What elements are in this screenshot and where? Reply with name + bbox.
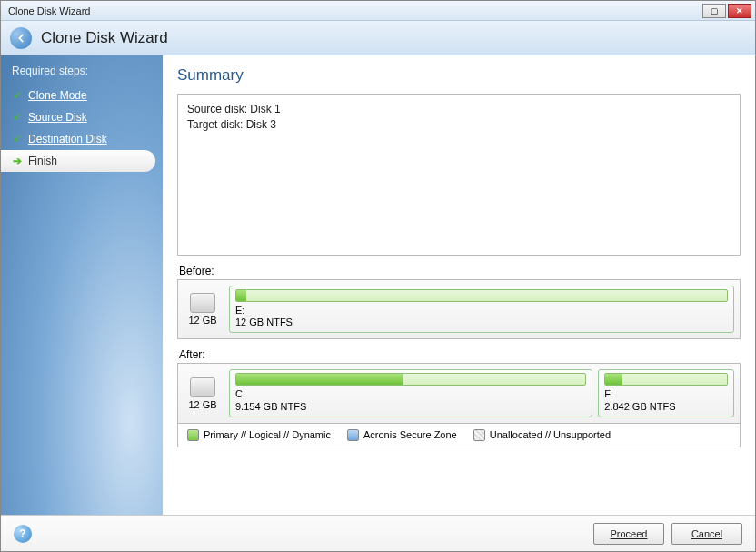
legend-primary: Primary // Logical // Dynamic <box>187 429 331 441</box>
partition-desc: 2.842 GB NTFS <box>604 401 728 413</box>
cancel-button[interactable]: Cancel <box>671 523 742 545</box>
step-clone-mode[interactable]: ✔ Clone Mode <box>1 85 163 106</box>
proceed-button[interactable]: Proceed <box>593 523 664 545</box>
step-source-disk[interactable]: ✔ Source Disk <box>1 106 163 128</box>
check-icon: ✔ <box>12 89 23 102</box>
header: Clone Disk Wizard <box>1 21 755 55</box>
swatch-icon <box>473 429 485 441</box>
legend-label: Primary // Logical // Dynamic <box>204 429 331 440</box>
partition-f[interactable]: F: 2.842 GB NTFS <box>598 369 734 417</box>
partitions: E: 12 GB NTFS <box>229 286 734 333</box>
step-label: Destination Disk <box>28 133 107 146</box>
window-title: Clone Disk Wizard <box>5 5 702 16</box>
step-label: Finish <box>28 155 57 167</box>
partition-desc: 12 GB NTFS <box>235 316 728 328</box>
legend-label: Unallocated // Unsupported <box>490 429 611 440</box>
titlebar: Clone Disk Wizard ▢ ✕ <box>1 1 755 21</box>
disk-icon <box>190 377 215 397</box>
disk-icon-column: 12 GB <box>184 369 222 417</box>
legend: Primary // Logical // Dynamic Acronis Se… <box>177 424 741 447</box>
maximize-button[interactable]: ▢ <box>702 4 726 18</box>
step-label: Source Disk <box>28 111 87 124</box>
sidebar: Required steps: ✔ Clone Mode ✔ Source Di… <box>1 55 163 515</box>
footer: ? Proceed Cancel <box>1 515 755 551</box>
summary-info-box: Source disk: Disk 1 Target disk: Disk 3 <box>177 94 741 256</box>
disk-icon-column: 12 GB <box>184 286 222 333</box>
body: Required steps: ✔ Clone Mode ✔ Source Di… <box>1 55 755 515</box>
close-button[interactable]: ✕ <box>728 4 751 18</box>
header-title: Clone Disk Wizard <box>41 29 168 47</box>
page-title: Summary <box>177 66 741 85</box>
swatch-icon <box>187 429 199 441</box>
help-button[interactable]: ? <box>14 525 32 543</box>
before-label: Before: <box>179 265 741 277</box>
main-content: Summary Source disk: Disk 1 Target disk:… <box>163 55 755 515</box>
step-finish: ➔ Finish <box>1 150 155 172</box>
back-button[interactable] <box>10 27 32 49</box>
partition-usage-bar <box>604 373 728 386</box>
partition-e[interactable]: E: 12 GB NTFS <box>229 286 734 333</box>
wizard-window: Clone Disk Wizard ▢ ✕ Clone Disk Wizard … <box>0 0 756 552</box>
source-disk-line: Source disk: Disk 1 <box>187 102 731 117</box>
swatch-icon <box>347 429 359 441</box>
after-disk-panel: 12 GB C: 9.154 GB NTFS F: 2.842 GB NTFS <box>177 363 741 423</box>
after-label: After: <box>179 348 741 361</box>
partition-desc: 9.154 GB NTFS <box>235 401 586 413</box>
legend-unallocated: Unallocated // Unsupported <box>473 429 611 441</box>
partition-usage-bar <box>235 289 728 302</box>
partition-letter: C: <box>235 388 586 400</box>
partition-c[interactable]: C: 9.154 GB NTFS <box>229 369 592 417</box>
check-icon: ✔ <box>12 111 23 124</box>
arrow-right-icon: ➔ <box>12 155 23 167</box>
before-disk-panel: 12 GB E: 12 GB NTFS <box>177 279 741 339</box>
required-steps-label: Required steps: <box>1 61 163 85</box>
disk-size-label: 12 GB <box>188 399 216 410</box>
legend-secure-zone: Acronis Secure Zone <box>347 429 457 441</box>
partition-letter: E: <box>235 305 728 316</box>
partition-usage-bar <box>235 373 586 386</box>
partition-letter: F: <box>604 388 728 400</box>
disk-icon <box>190 293 215 313</box>
disk-row: 12 GB E: 12 GB NTFS <box>184 286 734 333</box>
back-arrow-icon <box>15 32 27 45</box>
step-label: Clone Mode <box>28 89 87 102</box>
target-disk-line: Target disk: Disk 3 <box>187 117 731 133</box>
disk-size-label: 12 GB <box>188 315 216 326</box>
legend-label: Acronis Secure Zone <box>363 429 457 440</box>
step-destination-disk[interactable]: ✔ Destination Disk <box>1 128 163 150</box>
window-controls: ▢ ✕ <box>702 4 751 18</box>
partitions: C: 9.154 GB NTFS F: 2.842 GB NTFS <box>229 369 734 417</box>
disk-row: 12 GB C: 9.154 GB NTFS F: 2.842 GB NTFS <box>184 369 734 417</box>
check-icon: ✔ <box>12 133 23 146</box>
